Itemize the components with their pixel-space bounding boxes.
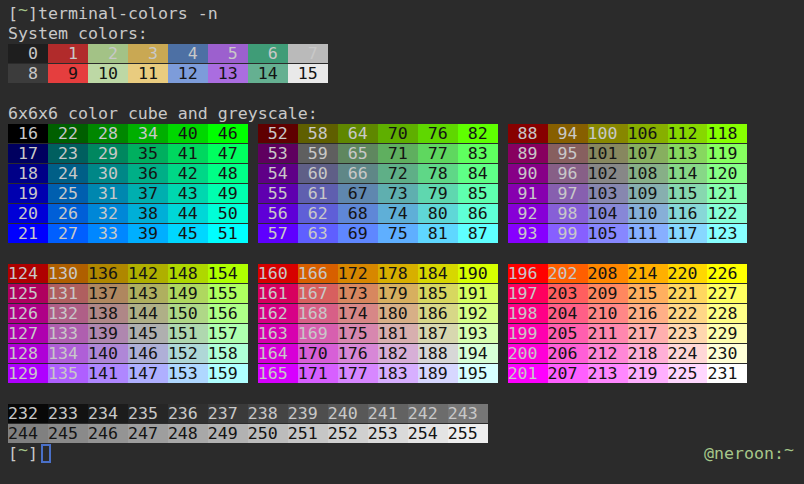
color-cell-152: 152 (168, 344, 208, 363)
color-cell-218: 218 (628, 344, 668, 363)
color-cell-74: 74 (378, 204, 418, 223)
color-cell-151: 151 (168, 324, 208, 343)
color-cell-243: 243 (448, 404, 488, 423)
blank-line (8, 244, 804, 264)
prompt-close-bracket: ] (28, 4, 38, 23)
color-cell-3: 3 (128, 44, 168, 63)
color-cell-154: 154 (208, 264, 248, 283)
cube-group-1-row-6: 21 27 33 39 45 51 57 63 69 75 81 87 93 9… (8, 224, 804, 244)
block-gap (248, 264, 258, 283)
color-cell-102: 102 (588, 164, 628, 183)
color-cell-136: 136 (88, 264, 128, 283)
color-cell-235: 235 (128, 404, 168, 423)
terminal-cursor (41, 444, 51, 463)
terminal[interactable]: { "colors": { "background": "#2b2b2b", "… (0, 0, 804, 484)
block-gap (248, 344, 258, 363)
color-cell-192: 192 (458, 304, 498, 323)
cube-label: 6x6x6 color cube and greyscale: (8, 104, 318, 123)
color-cell-248: 248 (168, 424, 208, 443)
color-cell-100: 100 (588, 124, 628, 143)
color-cell-173: 173 (338, 284, 378, 303)
color-cell-37: 37 (128, 184, 168, 203)
color-cell-34: 34 (128, 124, 168, 143)
color-cell-172: 172 (338, 264, 378, 283)
color-cell-141: 141 (88, 364, 128, 383)
color-cell-245: 245 (48, 424, 88, 443)
block-gap (248, 324, 258, 343)
color-cell-84: 84 (458, 164, 498, 183)
right-prompt: @neroon:~ (704, 444, 794, 464)
color-cell-134: 134 (48, 344, 88, 363)
color-cell-179: 179 (378, 284, 418, 303)
color-cell-40: 40 (168, 124, 208, 143)
greyscale-row-1: 232 233 234 235 236 237 238 239 240 241 … (8, 404, 804, 424)
color-cell-35: 35 (128, 144, 168, 163)
color-cell-51: 51 (208, 224, 248, 243)
color-cell-191: 191 (458, 284, 498, 303)
color-cell-110: 110 (628, 204, 668, 223)
color-cell-86: 86 (458, 204, 498, 223)
blank-line (8, 384, 804, 404)
color-cell-2: 2 (88, 44, 128, 63)
block-gap (498, 184, 508, 203)
color-cell-22: 22 (48, 124, 88, 143)
color-cell-182: 182 (378, 344, 418, 363)
color-cell-29: 29 (88, 144, 128, 163)
color-cell-212: 212 (588, 344, 628, 363)
color-cell-205: 205 (548, 324, 588, 343)
color-cell-143: 143 (128, 284, 168, 303)
color-cell-126: 126 (8, 304, 48, 323)
color-cell-162: 162 (258, 304, 298, 323)
color-cell-85: 85 (458, 184, 498, 203)
color-cell-72: 72 (378, 164, 418, 183)
color-cell-61: 61 (298, 184, 338, 203)
color-cell-93: 93 (508, 224, 548, 243)
color-cell-196: 196 (508, 264, 548, 283)
command-text: terminal-colors -n (38, 4, 218, 23)
color-cell-112: 112 (668, 124, 708, 143)
greyscale-row-2: 244 245 246 247 248 249 250 251 252 253 … (8, 424, 804, 444)
color-cell-251: 251 (288, 424, 328, 443)
color-cell-122: 122 (707, 204, 747, 223)
color-cell-105: 105 (588, 224, 628, 243)
color-cell-14: 14 (248, 64, 288, 83)
color-cell-95: 95 (548, 144, 588, 163)
color-cell-180: 180 (378, 304, 418, 323)
color-cell-229: 229 (707, 324, 747, 343)
color-cell-175: 175 (338, 324, 378, 343)
color-cell-239: 239 (288, 404, 328, 423)
block-gap (248, 284, 258, 303)
greyscale-grid: 232 233 234 235 236 237 238 239 240 241 … (8, 404, 804, 444)
color-cell-69: 69 (338, 224, 378, 243)
color-cell-148: 148 (168, 264, 208, 283)
color-cell-139: 139 (88, 324, 128, 343)
cube-group-1-row-5: 20 26 32 38 44 50 56 62 68 74 80 86 92 9… (8, 204, 804, 224)
color-cell-203: 203 (548, 284, 588, 303)
block-gap (248, 164, 258, 183)
command-line: [~]terminal-colors -n (8, 4, 804, 24)
color-cell-156: 156 (208, 304, 248, 323)
color-cube-blocks-124-231: 124 130 136 142 148 154 160 166 172 178 … (8, 264, 804, 384)
color-cell-59: 59 (298, 144, 338, 163)
color-cell-237: 237 (208, 404, 248, 423)
color-cell-200: 200 (508, 344, 548, 363)
color-cell-209: 209 (588, 284, 628, 303)
color-cell-215: 215 (628, 284, 668, 303)
system-colors-label: System colors: (8, 24, 148, 43)
color-cell-168: 168 (298, 304, 338, 323)
color-cell-20: 20 (8, 204, 48, 223)
color-cell-118: 118 (707, 124, 747, 143)
color-cell-23: 23 (48, 144, 88, 163)
system-colors-row-1: 0 1 2 3 4 5 6 7 (8, 44, 804, 64)
prompt-tilde: ~ (18, 440, 28, 459)
block-gap (498, 344, 508, 363)
cube-group-1-row-4: 19 25 31 37 43 49 55 61 67 73 79 85 91 9… (8, 184, 804, 204)
color-cell-207: 207 (548, 364, 588, 383)
color-cell-178: 178 (378, 264, 418, 283)
color-cell-153: 153 (168, 364, 208, 383)
color-cell-91: 91 (508, 184, 548, 203)
color-cell-159: 159 (208, 364, 248, 383)
color-cell-189: 189 (418, 364, 458, 383)
input-line[interactable]: [~]@neroon:~ (8, 444, 804, 464)
color-cell-116: 116 (668, 204, 708, 223)
